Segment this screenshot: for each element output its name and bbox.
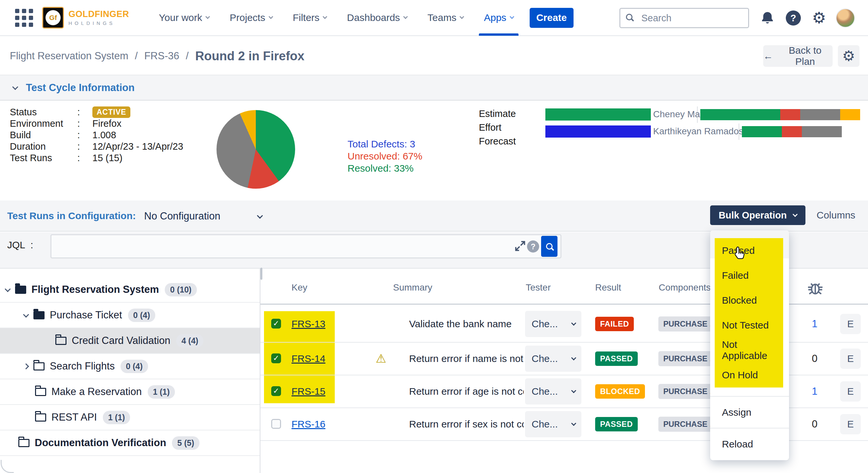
field-status: Status : ACTIVE <box>10 106 183 118</box>
result-badge[interactable]: BLOCKED <box>595 384 645 399</box>
tree-item-make-a-reservation[interactable]: Make a Reservation 1 (1) <box>0 379 260 405</box>
jql-input[interactable] <box>51 234 561 258</box>
result-badge[interactable]: PASSED <box>595 351 638 366</box>
menu-item-blocked[interactable]: Blocked <box>715 288 783 313</box>
nav-filters[interactable]: Filters <box>283 0 337 36</box>
estimate-bar <box>546 108 651 121</box>
test-cycle-information-panel: Status : ACTIVE Environment : Firefox Bu… <box>0 101 868 200</box>
row-checkbox[interactable] <box>271 386 281 396</box>
column-header-result[interactable]: Result <box>595 282 621 293</box>
primary-nav: Your work Projects Filters Dashboards Te… <box>149 0 524 36</box>
component-badge: PURCHASE .. <box>658 316 719 332</box>
bulk-operation-button[interactable]: Bulk Operation <box>710 206 805 225</box>
tree-item-credit-card-validation[interactable]: Credit Card Validation 4 (4) <box>0 328 260 354</box>
tree-item-rest-api[interactable]: REST API 1 (1) <box>0 405 260 431</box>
testrun-key-link[interactable]: FRS-13 <box>291 318 325 329</box>
chevron-right-icon[interactable] <box>23 363 29 369</box>
tree-item-search-flights[interactable]: Search Flights 0 (4) <box>0 354 260 379</box>
row-checkbox[interactable] <box>271 319 281 328</box>
row-checkbox[interactable] <box>271 419 281 429</box>
cycle-settings-gear-button[interactable]: ⚙ <box>838 45 860 67</box>
defect-count[interactable]: 1 <box>804 318 825 330</box>
chevron-down-icon <box>460 14 464 19</box>
defect-count[interactable]: 1 <box>804 385 825 397</box>
execute-button[interactable]: E <box>840 349 861 369</box>
tree-item-purchase-ticket[interactable]: Purchase Ticket 0 (4) <box>0 303 260 328</box>
execute-button[interactable]: E <box>840 314 861 334</box>
search-input[interactable] <box>619 8 749 28</box>
count-badge: 4 (4) <box>176 334 204 348</box>
count-badge: 0 (4) <box>128 309 155 322</box>
expand-icon[interactable] <box>514 240 527 253</box>
tester-select[interactable]: Che... <box>525 411 581 437</box>
count-badge: 0 (10) <box>165 283 196 296</box>
total-defects-label: Total Defects: 3 <box>347 138 422 150</box>
testrun-summary: Return error if name is not corr <box>409 353 524 364</box>
chevron-down-icon <box>793 212 798 217</box>
back-to-plan-button[interactable]: ← Back to Plan <box>763 45 833 67</box>
folder-icon <box>35 388 46 396</box>
collapse-chevron-icon[interactable] <box>12 84 18 90</box>
column-header-summary[interactable]: Summary <box>393 282 432 293</box>
folder-icon <box>18 439 29 447</box>
menu-item-on-hold[interactable]: On Hold <box>715 362 783 387</box>
columns-button[interactable]: Columns <box>816 210 855 221</box>
execute-button[interactable]: E <box>840 414 861 434</box>
column-header-tester[interactable]: Tester <box>526 282 551 293</box>
tester-select[interactable]: Che... <box>525 311 581 337</box>
menu-item-assign[interactable]: Assign <box>710 396 789 428</box>
nav-apps[interactable]: Apps <box>474 0 523 36</box>
nav-your-work[interactable]: Your work <box>149 0 219 36</box>
count-badge: 5 (5) <box>172 436 199 450</box>
tester-select[interactable]: Che... <box>525 346 581 372</box>
select-all-checkbox[interactable] <box>260 267 262 280</box>
app-switcher-icon[interactable] <box>15 9 33 27</box>
cycle-fields: Status : ACTIVE Environment : Firefox Bu… <box>10 106 183 164</box>
nav-teams[interactable]: Teams <box>417 0 474 36</box>
column-header-components[interactable]: Components <box>659 282 711 293</box>
tree-item-flight-reservation-system[interactable]: Flight Reservation System 0 (10) <box>0 277 260 303</box>
nav-dashboards[interactable]: Dashboards <box>337 0 417 36</box>
testrun-key-link[interactable]: FRS-14 <box>291 353 325 364</box>
jql-help-icon[interactable]: ? <box>527 241 539 253</box>
goldfinger-logo[interactable]: Gf <box>42 7 64 29</box>
settings-gear-icon[interactable]: ⚙ <box>812 10 826 26</box>
chevron-down-icon <box>205 14 210 19</box>
result-badge[interactable]: FAILED <box>595 317 634 331</box>
nav-projects[interactable]: Projects <box>219 0 282 36</box>
result-badge[interactable]: PASSED <box>595 417 638 432</box>
menu-item-not-tested[interactable]: Not Tested <box>715 313 783 338</box>
estimate-label: Estimate <box>479 108 516 119</box>
chevron-down-icon[interactable] <box>23 312 29 317</box>
column-header-key[interactable]: Key <box>291 282 307 293</box>
count-badge: 1 (1) <box>148 385 175 399</box>
user-avatar[interactable] <box>836 8 855 28</box>
chevron-down-icon[interactable] <box>5 286 10 292</box>
testrun-key-link[interactable]: FRS-16 <box>291 419 325 430</box>
help-icon[interactable]: ? <box>786 10 801 26</box>
menu-item-reload[interactable]: Reload <box>710 428 789 460</box>
testrun-key-link[interactable]: FRS-15 <box>291 386 325 397</box>
chevron-down-icon <box>510 14 514 19</box>
menu-item-passed[interactable]: Passed <box>715 238 783 263</box>
execute-button[interactable]: E <box>840 381 861 402</box>
configuration-select[interactable]: No Configuration <box>144 208 262 225</box>
notifications-bell-icon[interactable] <box>760 10 775 26</box>
breadcrumb-issue-link[interactable]: FRS-36 <box>144 50 179 62</box>
row-checkbox[interactable] <box>271 353 281 363</box>
effort-bar <box>546 125 651 137</box>
jql-label: JQL <box>7 240 25 251</box>
jql-search-button[interactable] <box>541 236 557 257</box>
menu-item-failed[interactable]: Failed <box>715 263 783 288</box>
tree-item-documentation-verification[interactable]: Documentation Verification 5 (5) <box>0 431 260 456</box>
test-cycle-information-header[interactable]: Test Cycle Information <box>0 75 868 100</box>
menu-item-not-applicable[interactable]: Not Applicable <box>715 338 783 362</box>
create-button[interactable]: Create <box>530 8 574 28</box>
workload-segment <box>782 126 802 137</box>
logo-mark: Gf <box>45 10 61 25</box>
workload-segment <box>800 109 840 120</box>
tester-select[interactable]: Che... <box>525 378 581 405</box>
count-badge: 0 (4) <box>121 360 148 373</box>
breadcrumb-project-link[interactable]: Flight Reservation System <box>10 50 128 62</box>
defect-count: 0 <box>804 353 825 365</box>
